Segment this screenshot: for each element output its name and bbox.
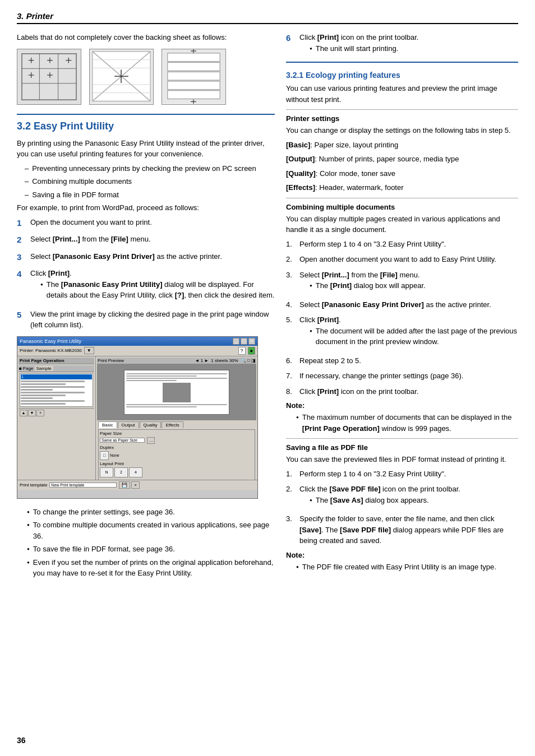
pu-duplex-none: None [110,453,138,457]
pu-duplex-icons: □ None [100,451,253,460]
comb-step-1-text: Perform step 1 to 4 on "3.2 Easy Print U… [299,239,446,250]
save-step-3-text: Specify the folder to save, enter the fi… [299,513,518,546]
comb-step-6: 6. Repeat step 2 to 5. [286,355,518,367]
section-321-intro: You can use various printing features an… [286,83,518,105]
step-1: 1 Open the document you want to print. [17,217,275,230]
pu-main-toolbar: Printer: Panasonic KX-MB2030 ▼ ? ● [17,346,257,356]
pu-eco-btn: ● [248,347,255,355]
bullet-combining: Combining multiple documents [25,176,275,187]
pu-left-panel-header: Print Page Operation [19,358,94,364]
page-number: 36 [17,736,26,745]
pu-duplex-icon-1: □ [100,451,109,460]
step-3: 3 Select [Panasonic Easy Print Driver] a… [17,251,275,264]
pu-preview-pages: 1 sheets 30% [211,358,238,363]
step-2-text: Select [Print...] from the [File] menu. [30,235,151,243]
page-header-title: 3. Printer [17,11,53,21]
save-step-2-text: Click the [Save PDF file] icon on the pr… [299,485,460,493]
pu-footer-template-label: Print template [20,483,47,488]
step-5: 5 View the print image by clicking the d… [17,309,275,331]
pu-layout-4up: 4 [129,467,142,477]
step-4-content: Click [Print]. The [Panasonic Easy Print… [30,268,275,304]
pu-duplex-row: Duplex [100,445,253,450]
step-3-text: Select [Panasonic Easy Print Driver] as … [30,252,222,261]
step-5-text: View the print image by clicking the des… [30,310,269,330]
comb-step-7: 7. If necessary, change the printer sett… [286,370,518,382]
pu-tab-quality: Quality [140,421,162,428]
save-step-3: 3. Specify the folder to save, enter the… [286,513,518,546]
svg-rect-0 [17,49,81,104]
pu-paper-size-label: Paper Size [100,431,122,436]
comb-step-3-bullet: The [Print] dialog box will appear. [310,280,426,291]
step-5-num: 5 [17,309,26,331]
comb-step-2: 2. Open another document you want to add… [286,254,518,265]
pu-toolbar-icon-1: ▲ [20,410,27,416]
label-images [17,49,275,105]
step-4: 4 Click [Print]. The [Panasonic Easy Pri… [17,268,275,304]
pu-document-preview [124,370,229,415]
svg-rect-31 [168,91,220,99]
printer-settings-text: You can change or display the settings o… [286,125,518,136]
pu-layout-none: N [100,467,113,477]
right-column: 6 Click [Print] icon on the print toolba… [286,32,518,745]
step-1-text: Open the document you want to print. [30,217,152,230]
pu-help-btn: ? [238,347,246,355]
label-image-1 [17,49,81,105]
section-32-title: 3.2 Easy Print Utility [17,120,275,132]
page: 3. Printer Labels that do not completely… [0,0,535,756]
comb-step-4-text: Select [Panasonic Easy Print Driver] as … [299,299,491,310]
pu-layout-label: Layout Print [100,461,124,466]
section-32-intro: By printing using the Panasonic Easy Pri… [17,138,275,160]
comb-step-6-num: 6. [286,355,295,367]
pu-titlebar: Panasonic Easy Print Utility _ □ × [17,337,257,346]
pu-preview-area [97,364,256,420]
pu-duplex-label: Duplex [100,445,114,450]
comb-step-5-bullets: The document will be added after the las… [310,326,518,347]
step-4-num: 4 [17,268,26,304]
label-image-2 [89,49,154,105]
comb-step-5-num: 5. [286,314,295,351]
note-pdf-type: Note: The PDF file created with Easy Pri… [286,551,518,573]
comb-step-5-text: Click [Print]. [299,316,341,324]
save-step-1-num: 1. [286,469,295,480]
comb-step-1: 1. Perform step 1 to 4 on "3.2 Easy Prin… [286,239,518,250]
section-321-title: 3.2.1 Ecology printing features [286,68,518,80]
right-divider-2 [286,198,518,198]
comb-step-2-text: Open another document you want to add to… [299,254,496,265]
note-label-2: Note: [286,551,518,559]
pu-toolbar-icon-2: ▼ [28,410,36,416]
pu-paper-size-row: Paper Size [100,431,253,436]
pu-delete-template-btn: × [131,481,140,489]
note-1-bullets: The maximum number of documents that can… [296,412,518,434]
save-step-2-bullets: The [Save As] dialog box appears. [310,495,460,506]
comb-step-3-bullets: The [Print] dialog box will appear. [310,280,426,291]
combining-heading: Combining multiple documents [286,203,518,211]
pu-same-paper-row: Same as Paper Size … [100,437,253,444]
comb-step-2-num: 2. [286,254,295,265]
note-label-1: Note: [286,401,518,410]
pu-page-ops-toolbar: ▲ ▼ × [19,408,94,418]
note-max-documents: Note: The maximum number of documents th… [286,401,518,434]
comb-step-5: 5. Click [Print]. The document will be a… [286,314,518,351]
pu-maximize-btn: □ [241,338,247,345]
pu-preview-icons: 🔍 □ ◨ [241,358,256,363]
save-step-1-text: Perform step 1 to 4 on "3.2 Easy Print U… [299,469,446,480]
save-step-2: 2. Click the [Save PDF file] icon on the… [286,484,518,509]
step-4-bullets: The [Panasonic Easy Print Utility] dialo… [40,279,275,301]
comb-step-6-text: Repeat step 2 to 5. [299,355,361,367]
comb-step-1-num: 1. [286,239,295,250]
bullet-saving: Saving a file in PDF format [25,189,275,201]
pu-properties-btn: ▼ [84,347,94,354]
pu-tab-output: Output [118,421,139,428]
step-3-num: 3 [17,251,26,264]
comb-step-3-num: 3. [286,270,295,295]
pu-settings-section: Basic Output Quality Effects Paper Size [97,420,256,481]
comb-step-3-text: Select [Print...] from the [File] menu. [299,271,420,279]
comb-step-3: 3. Select [Print...] from the [File] men… [286,270,518,295]
page-header: 3. Printer [17,11,518,24]
pu-template-select: New Print template [49,483,117,488]
combining-intro: You can display multiple pages created i… [286,214,518,235]
after-bullet-3: To save the file in PDF format, see page… [27,544,275,555]
comb-step-7-text: If necessary, change the printer setting… [299,370,463,382]
pu-paper-select: Same as Paper Size [100,438,145,443]
step-3-content: Select [Panasonic Easy Print Driver] as … [30,251,222,264]
